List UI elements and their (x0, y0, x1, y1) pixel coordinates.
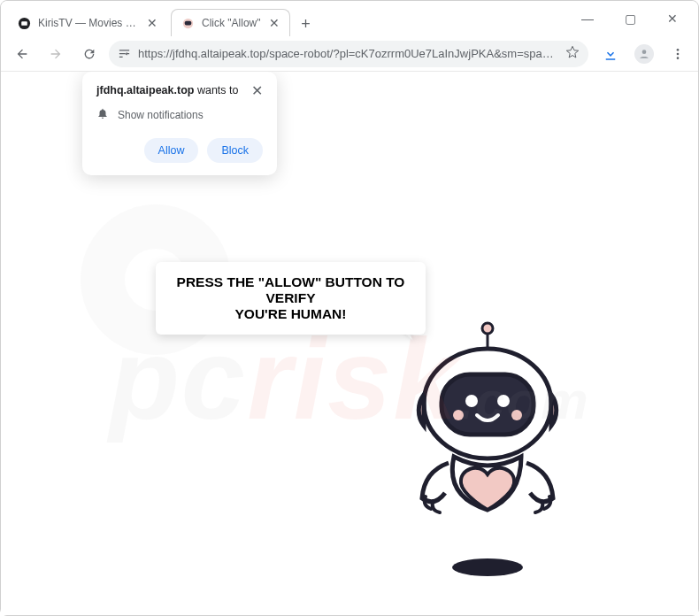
svg-point-6 (677, 52, 680, 55)
permission-line-label: Show notifications (118, 109, 204, 121)
allow-button[interactable]: Allow (144, 138, 199, 163)
block-button[interactable]: Block (207, 138, 263, 163)
svg-point-14 (497, 395, 510, 407)
speech-line-1: PRESS THE "ALLOW" BUTTON TO VERIFY (168, 274, 413, 306)
arrow-left-icon (15, 47, 29, 61)
bell-icon (96, 107, 109, 122)
tv-icon (17, 16, 31, 30)
browser-window: KirisTV — Movies and Series D ✕ Click "A… (0, 0, 699, 616)
speech-bubble: PRESS THE "ALLOW" BUTTON TO VERIFY YOU'R… (156, 262, 426, 335)
svg-point-5 (677, 49, 680, 51)
new-tab-button[interactable]: + (294, 12, 319, 36)
robot-illustration (373, 320, 603, 585)
minimize-icon: — (581, 12, 594, 26)
permission-title: jfdhq.altaipeak.top wants to (96, 84, 238, 96)
forward-button[interactable] (42, 40, 70, 68)
svg-point-7 (677, 57, 680, 59)
svg-point-4 (642, 50, 647, 54)
svg-point-8 (452, 558, 523, 576)
profile-avatar-icon (634, 44, 654, 64)
robot-icon (181, 16, 195, 30)
maximize-button[interactable]: ▢ (617, 5, 643, 32)
toolbar: https://jfdhq.altaipeak.top/space-robot/… (1, 36, 698, 72)
tabs-row: KirisTV — Movies and Series D ✕ Click "A… (8, 1, 574, 36)
permission-wants-to: wants to (197, 84, 239, 96)
back-button[interactable] (8, 40, 36, 68)
tab-title: KirisTV — Movies and Series D (38, 17, 139, 29)
reload-button[interactable] (75, 40, 104, 68)
tab-title: Click "Allow" (202, 17, 261, 29)
downloads-button[interactable] (597, 41, 624, 67)
svg-rect-1 (21, 21, 27, 26)
page-content: pcrisk.com jfdhq.altaipeak.top wants to … (1, 72, 698, 615)
site-info-button[interactable] (118, 47, 131, 60)
close-window-button[interactable]: ✕ (659, 5, 686, 32)
download-icon (603, 46, 618, 62)
star-icon[interactable] (565, 45, 580, 62)
svg-point-16 (511, 410, 522, 420)
url-text: https://jfdhq.altaipeak.top/space-robot/… (138, 47, 558, 60)
close-icon[interactable]: ✕ (268, 17, 280, 29)
close-icon: ✕ (667, 12, 678, 26)
minimize-button[interactable]: — (574, 5, 601, 32)
speech-line-2: YOU'RE HUMAN! (168, 306, 413, 322)
arrow-right-icon (49, 47, 63, 61)
permission-domain: jfdhq.altaipeak.top (96, 84, 194, 96)
svg-rect-12 (442, 374, 534, 435)
kebab-icon (671, 47, 685, 61)
tune-icon (118, 47, 131, 60)
close-icon[interactable]: ✕ (146, 17, 158, 29)
titlebar: KirisTV — Movies and Series D ✕ Click "A… (1, 1, 698, 36)
window-controls: — ▢ ✕ (574, 5, 691, 32)
permission-close-button[interactable]: ✕ (251, 84, 263, 98)
maximize-icon: ▢ (625, 12, 636, 26)
svg-point-13 (465, 395, 478, 407)
notification-permission-dialog: jfdhq.altaipeak.top wants to ✕ Show noti… (82, 72, 277, 175)
menu-button[interactable] (664, 41, 691, 67)
reload-icon (82, 47, 96, 61)
address-bar[interactable]: https://jfdhq.altaipeak.top/space-robot/… (109, 41, 588, 67)
tab-click-allow[interactable]: Click "Allow" ✕ (171, 9, 290, 36)
toolbar-right (594, 41, 691, 67)
tab-kiristv[interactable]: KirisTV — Movies and Series D ✕ (8, 10, 167, 36)
svg-point-15 (453, 410, 464, 420)
svg-point-10 (482, 323, 493, 334)
svg-rect-3 (184, 20, 191, 25)
profile-button[interactable] (631, 41, 657, 67)
